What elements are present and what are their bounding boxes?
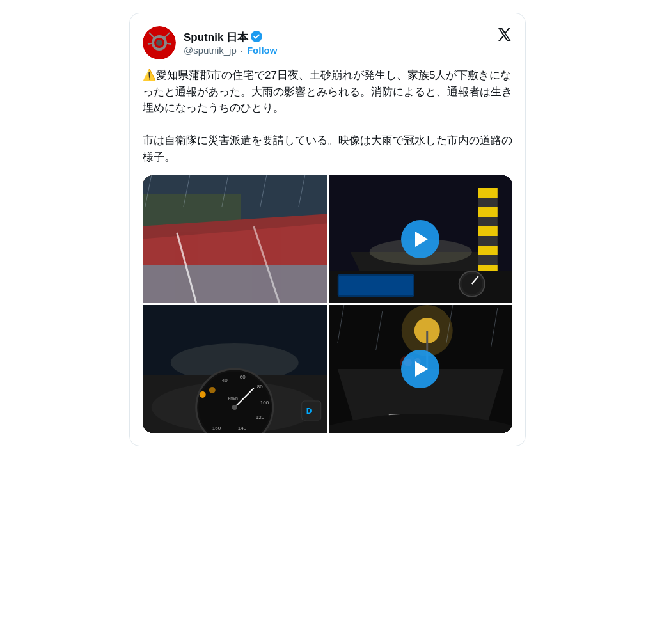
svg-text:D: D	[306, 407, 312, 416]
svg-text:60: 60	[240, 374, 246, 380]
account-info: Sputnik 日本 @sputnik_jp · Follow	[184, 30, 277, 56]
tweet-paragraph-1: ⚠️愛知県蒲郡市の住宅で27日夜、土砂崩れが発生し、家族5人が下敷きになったと通…	[143, 67, 512, 116]
svg-rect-24	[478, 188, 497, 198]
svg-rect-27	[478, 246, 497, 255]
svg-text:120: 120	[256, 414, 265, 420]
media-cell-top-left[interactable]	[143, 175, 327, 303]
media-video-top-right[interactable]	[329, 175, 513, 303]
svg-point-53	[200, 391, 206, 398]
account-handle[interactable]: @sputnik_jp	[184, 45, 237, 56]
verified-icon	[251, 31, 262, 45]
follow-button[interactable]: Follow	[247, 45, 278, 56]
account-name-row: Sputnik 日本	[184, 30, 277, 45]
svg-text:km/h: km/h	[228, 396, 238, 400]
tweet-paragraph-2: 市は自衛隊に災害派遣を要請している。映像は大雨で冠水した市内の道路の様子。	[143, 132, 512, 165]
svg-rect-25	[478, 207, 497, 217]
account-name[interactable]: Sputnik 日本	[184, 30, 248, 45]
play-button-top-right[interactable]	[401, 220, 439, 258]
svg-point-54	[209, 387, 216, 393]
play-icon-top-right	[415, 232, 428, 247]
tweet-text: ⚠️愛知県蒲郡市の住宅で27日夜、土砂崩れが発生し、家族5人が下敷きになったと通…	[143, 67, 512, 165]
flooded-road-svg	[143, 175, 327, 303]
media-image-dashboard[interactable]: 40 60 80 100 120 140 160 km/h	[143, 305, 327, 433]
svg-text:160: 160	[212, 425, 221, 431]
svg-text:40: 40	[222, 377, 228, 383]
media-grid: 40 60 80 100 120 140 160 km/h	[143, 175, 512, 433]
svg-rect-31	[338, 276, 413, 295]
svg-point-7	[156, 40, 162, 46]
media-cell-top-right[interactable]	[329, 175, 513, 303]
avatar-image	[143, 26, 176, 59]
svg-rect-26	[478, 226, 497, 236]
svg-point-51	[232, 405, 237, 410]
svg-text:100: 100	[260, 400, 269, 405]
media-cell-bottom-right[interactable]	[329, 305, 513, 433]
avatar[interactable]	[143, 26, 176, 59]
dot-separator: ·	[241, 45, 243, 56]
dashboard-svg: 40 60 80 100 120 140 160 km/h	[143, 305, 327, 433]
svg-text:80: 80	[257, 384, 263, 389]
x-logo-icon[interactable]	[496, 26, 512, 45]
account-handle-row: @sputnik_jp · Follow	[184, 45, 277, 56]
media-video-bottom-right[interactable]	[329, 305, 513, 433]
media-cell-bottom-left[interactable]: 40 60 80 100 120 140 160 km/h	[143, 305, 327, 433]
svg-text:140: 140	[238, 425, 247, 431]
media-image-flooded-road[interactable]	[143, 175, 327, 303]
svg-rect-13	[143, 265, 327, 303]
tweet-header: Sputnik 日本 @sputnik_jp · Follow	[143, 26, 512, 59]
tweet-card: Sputnik 日本 @sputnik_jp · Follow	[129, 13, 526, 446]
play-button-bottom-right[interactable]	[401, 350, 439, 388]
tweet-header-left: Sputnik 日本 @sputnik_jp · Follow	[143, 26, 277, 59]
play-icon-bottom-right	[415, 361, 428, 377]
